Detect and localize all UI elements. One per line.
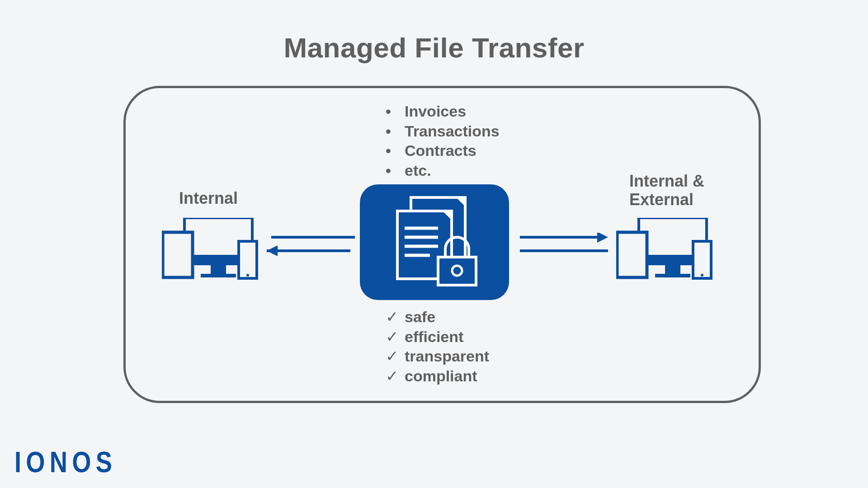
bidirectional-arrow-icon: [267, 233, 355, 260]
file-type-item: Invoices: [405, 103, 466, 120]
quality-item: efficient: [405, 328, 463, 345]
svg-rect-15: [692, 240, 712, 279]
quality-item: safe: [405, 308, 435, 325]
svg-marker-23: [597, 233, 608, 243]
svg-rect-6: [238, 240, 258, 279]
svg-rect-33: [438, 257, 476, 285]
devices-icon-left: [162, 218, 261, 287]
svg-rect-2: [211, 264, 226, 274]
svg-rect-13: [616, 231, 648, 278]
svg-rect-12: [655, 274, 690, 277]
bidirectional-arrow-icon: [520, 233, 608, 260]
quality-item: compliant: [405, 367, 477, 385]
devices-icon-right: [616, 218, 716, 287]
file-type-item: etc.: [405, 162, 431, 179]
svg-marker-20: [267, 245, 278, 256]
svg-point-17: [701, 274, 703, 277]
left-endpoint-label: Internal: [179, 189, 238, 207]
svg-point-8: [246, 274, 249, 277]
diagram-canvas: Managed File Transfer •Invoices •Transac…: [0, 0, 868, 488]
right-endpoint-label: Internal & External: [629, 172, 704, 209]
quality-item: transparent: [405, 347, 489, 365]
svg-marker-26: [456, 197, 465, 206]
secure-documents-box: [360, 184, 509, 300]
page-title: Managed File Transfer: [0, 32, 868, 64]
file-types-list: •Invoices •Transactions •Contracts •etc.: [386, 102, 500, 180]
file-type-item: Contracts: [405, 142, 476, 159]
qualities-list: ✓safe ✓efficient ✓transparent ✓compliant: [386, 307, 489, 386]
svg-rect-11: [665, 264, 680, 274]
secure-documents-icon: [385, 194, 484, 291]
file-type-item: Transactions: [405, 122, 500, 140]
svg-rect-3: [201, 274, 236, 277]
svg-rect-4: [162, 231, 193, 278]
brand-logo: IONOS: [14, 446, 117, 479]
